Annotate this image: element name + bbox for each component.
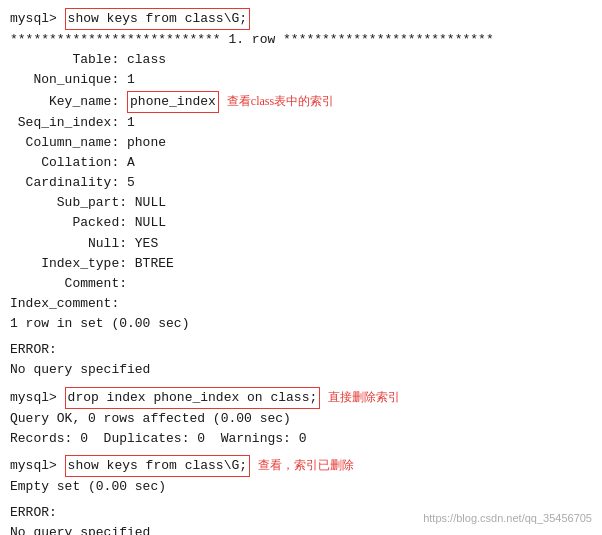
label-table: Table: class [10, 50, 166, 70]
field-comment: Comment: [10, 274, 592, 294]
noquery-text-1: No query specified [10, 360, 150, 380]
label-null: Null: YES [10, 234, 158, 254]
label-subpart: Sub_part: NULL [10, 193, 166, 213]
line-queryok: Query OK, 0 rows affected (0.00 sec) [10, 409, 592, 429]
field-table: Table: class [10, 50, 592, 70]
separator-line: *************************** 1. row *****… [10, 30, 592, 50]
noquery-text-2: No query specified [10, 523, 150, 535]
label-packed: Packed: NULL [10, 213, 166, 233]
cmd-drop: drop index phone_index on class; [65, 387, 321, 409]
field-subpart: Sub_part: NULL [10, 193, 592, 213]
label-cardinality: Cardinality: 5 [10, 173, 135, 193]
separator-text: *************************** 1. row *****… [10, 30, 494, 50]
label-comment: Comment: [10, 274, 135, 294]
cmd-showkeys2: show keys from class\G; [65, 455, 250, 477]
annotation-showkeys2: 查看，索引已删除 [258, 456, 354, 475]
queryok-text: Query OK, 0 rows affected (0.00 sec) [10, 409, 291, 429]
emptyset-text: Empty set (0.00 sec) [10, 477, 166, 497]
error-label-2: ERROR: [10, 503, 57, 523]
line-emptyset: Empty set (0.00 sec) [10, 477, 592, 497]
label-nonunique: Non_unique: 1 [10, 70, 135, 90]
label-colname: Column_name: phone [10, 133, 166, 153]
error-1: ERROR: [10, 340, 592, 360]
label-indexcomment: Index_comment: [10, 294, 127, 314]
annotation-keyname: 查看class表中的索引 [227, 92, 334, 111]
keyname-value: phone_index [127, 91, 219, 113]
field-seqinindex: Seq_in_index: 1 [10, 113, 592, 133]
rowcount-text: 1 row in set (0.00 sec) [10, 314, 189, 334]
cmd-1: show keys from class\G; [65, 8, 250, 30]
prompt-2: mysql> [10, 388, 65, 408]
field-keyname: Key_name: phone_index 查看class表中的索引 [10, 91, 592, 113]
label-seqinindex: Seq_in_index: 1 [10, 113, 135, 133]
label-collation: Collation: A [10, 153, 135, 173]
field-nonunique: Non_unique: 1 [10, 70, 592, 90]
line-1: mysql> show keys from class\G; [10, 8, 592, 30]
annotation-drop: 直接删除索引 [328, 388, 400, 407]
error-label-1: ERROR: [10, 340, 57, 360]
field-collation: Collation: A [10, 153, 592, 173]
prompt-3: mysql> [10, 456, 65, 476]
line-records: Records: 0 Duplicates: 0 Warnings: 0 [10, 429, 592, 449]
label-keyname-pre: Key_name: [10, 92, 127, 112]
field-packed: Packed: NULL [10, 213, 592, 233]
field-cardinality: Cardinality: 5 [10, 173, 592, 193]
field-indextype: Index_type: BTREE [10, 254, 592, 274]
terminal-window: mysql> show keys from class\G; *********… [0, 0, 602, 535]
watermark: https://blog.csdn.net/qq_35456705 [423, 510, 592, 527]
prompt-1: mysql> [10, 9, 65, 29]
line-showkeys2: mysql> show keys from class\G; 查看，索引已删除 [10, 455, 592, 477]
label-indextype: Index_type: BTREE [10, 254, 174, 274]
noquery-1: No query specified [10, 360, 592, 380]
line-rowcount: 1 row in set (0.00 sec) [10, 314, 592, 334]
field-null: Null: YES [10, 234, 592, 254]
records-text: Records: 0 Duplicates: 0 Warnings: 0 [10, 429, 306, 449]
field-indexcomment: Index_comment: [10, 294, 592, 314]
field-colname: Column_name: phone [10, 133, 592, 153]
line-dropindex: mysql> drop index phone_index on class; … [10, 387, 592, 409]
